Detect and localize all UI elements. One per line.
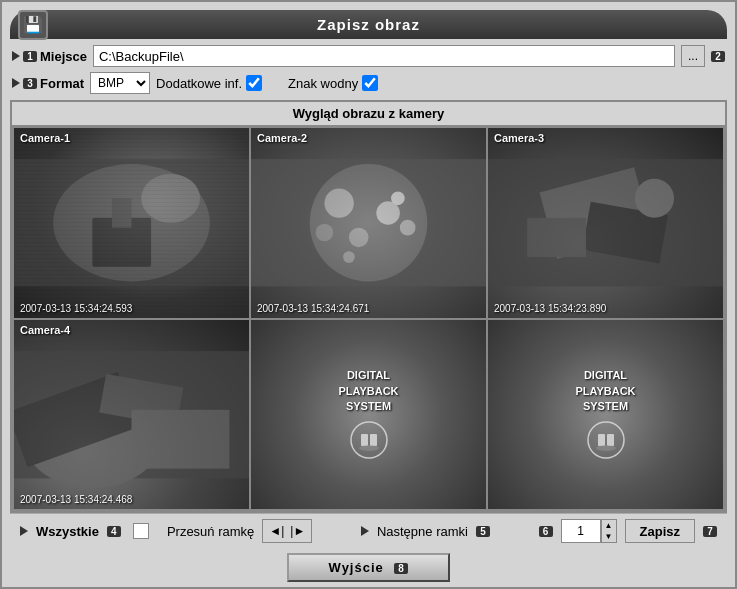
watermark-checkbox-group: Znak wodny — [288, 75, 378, 91]
format-select[interactable]: BMP JPEG PNG — [90, 72, 150, 94]
counter-group: ▲ ▼ — [561, 519, 617, 543]
digital-playback-text-1: DIGITALPLAYBACKSYSTEM — [338, 368, 398, 414]
frame-nav: ◄| |► — [262, 519, 312, 543]
playback-icon-1 — [349, 420, 389, 460]
controls-area: 1 Miejsce ... 2 3 Format BMP JPEG PNG Do… — [2, 39, 735, 100]
move-frame-label: Przesuń ramkę — [167, 524, 254, 539]
svg-point-24 — [351, 422, 387, 458]
svg-point-9 — [349, 228, 369, 248]
format-badge: 3 — [23, 78, 37, 89]
camera-section-title: Wygląd obrazu z kamery — [12, 102, 725, 126]
place-badge: 1 — [23, 51, 37, 62]
cam2-timestamp: 2007-03-13 15:34:24.671 — [257, 303, 369, 314]
exit-label: Wyjście — [329, 560, 384, 575]
title-text: Zapisz obraz — [317, 16, 420, 33]
camera-cell-2[interactable]: Camera-2 2007-03-13 15:34:24.671 — [251, 128, 486, 318]
camera-grid: Camera-1 2007-03-13 15:34:24.593 — [12, 126, 725, 511]
camera-section: Wygląd obrazu z kamery Camera-1 2007-03-… — [10, 100, 727, 513]
svg-rect-0 — [14, 159, 249, 286]
camera-cell-3[interactable]: Camera-3 2007-03-13 15:34:23.890 — [488, 128, 723, 318]
format-row: 3 Format BMP JPEG PNG Dodatkowe inf. Zna… — [12, 72, 725, 94]
svg-point-12 — [391, 191, 405, 205]
next-frames-arrow-icon — [361, 526, 369, 536]
path-input[interactable] — [93, 45, 675, 67]
main-window: 💾 Zapisz obraz 1 Miejsce ... 2 3 Format — [0, 0, 737, 589]
svg-point-11 — [316, 224, 334, 242]
additional-checkbox-group: Dodatkowe inf. — [156, 75, 262, 91]
place-row: 1 Miejsce ... 2 — [12, 45, 725, 67]
digital-playback-2[interactable]: DIGITALPLAYBACKSYSTEM — [488, 320, 723, 510]
exit-button[interactable]: Wyjście 8 — [287, 553, 451, 582]
playback-icon-2 — [586, 420, 626, 460]
svg-point-10 — [400, 220, 416, 236]
digital-playback-1[interactable]: DIGITALPLAYBACKSYSTEM — [251, 320, 486, 510]
next-frames-label: Następne ramki — [377, 524, 468, 539]
counter-up-button[interactable]: ▲ — [602, 520, 616, 531]
additional-checkbox[interactable] — [246, 75, 262, 91]
svg-rect-23 — [132, 409, 230, 468]
cam1-label: Camera-1 — [20, 132, 70, 144]
watermark-checkbox[interactable] — [362, 75, 378, 91]
cam4-timestamp: 2007-03-13 15:34:24.468 — [20, 494, 132, 505]
counter-input[interactable] — [561, 519, 601, 543]
svg-rect-25 — [361, 434, 368, 446]
exit-badge: 8 — [394, 563, 408, 574]
svg-point-2 — [141, 174, 200, 223]
browse-badge: 2 — [711, 51, 725, 62]
all-badge: 4 — [107, 526, 121, 537]
format-arrow-icon — [12, 78, 20, 88]
svg-point-18 — [635, 179, 674, 218]
svg-rect-30 — [607, 434, 614, 446]
watermark-label: Znak wodny — [288, 76, 358, 91]
cam4-label: Camera-4 — [20, 324, 70, 336]
svg-point-31 — [596, 445, 616, 451]
place-arrow-icon — [12, 51, 20, 61]
all-checkbox-box[interactable] — [133, 523, 149, 539]
footer: Wyjście 8 — [2, 548, 735, 587]
svg-rect-3 — [92, 218, 151, 267]
bottom-toolbar: Wszystkie 4 Przesuń ramkę ◄| |► Następne… — [10, 513, 727, 548]
counter-down-button[interactable]: ▼ — [602, 531, 616, 542]
svg-point-27 — [359, 445, 379, 451]
next-frame-button[interactable]: |► — [288, 519, 307, 543]
cam1-timestamp: 2007-03-13 15:34:24.593 — [20, 303, 132, 314]
svg-point-28 — [588, 422, 624, 458]
browse-button[interactable]: ... — [681, 45, 705, 67]
format-label-group: 3 Format — [12, 76, 84, 91]
counter-badge: 6 — [539, 526, 553, 537]
svg-point-13 — [343, 251, 355, 263]
all-arrow-icon — [20, 526, 28, 536]
all-label: Wszystkie — [36, 524, 99, 539]
cam3-timestamp: 2007-03-13 15:34:23.890 — [494, 303, 606, 314]
additional-label: Dodatkowe inf. — [156, 76, 242, 91]
svg-rect-4 — [112, 198, 132, 227]
svg-rect-17 — [527, 218, 586, 257]
format-label: Format — [40, 76, 84, 91]
svg-point-7 — [324, 188, 353, 217]
svg-point-1 — [53, 164, 210, 282]
nav-arrows: ◄| |► — [262, 519, 312, 543]
prev-frame-button[interactable]: ◄| — [267, 519, 286, 543]
camera-cell-1[interactable]: Camera-1 2007-03-13 15:34:24.593 — [14, 128, 249, 318]
cam2-label: Camera-2 — [257, 132, 307, 144]
cam3-label: Camera-3 — [494, 132, 544, 144]
title-icon: 💾 — [18, 10, 48, 40]
svg-rect-26 — [370, 434, 377, 446]
camera-cell-4[interactable]: Camera-4 2007-03-13 15:34:24.468 — [14, 320, 249, 510]
place-label-group: 1 Miejsce — [12, 49, 87, 64]
counter-spinners: ▲ ▼ — [601, 519, 617, 543]
title-bar: 💾 Zapisz obraz — [10, 10, 727, 39]
next-frames-badge: 5 — [476, 526, 490, 537]
place-label: Miejsce — [40, 49, 87, 64]
save-badge: 7 — [703, 526, 717, 537]
save-button[interactable]: Zapisz — [625, 519, 695, 543]
digital-playback-text-2: DIGITALPLAYBACKSYSTEM — [575, 368, 635, 414]
svg-rect-29 — [598, 434, 605, 446]
